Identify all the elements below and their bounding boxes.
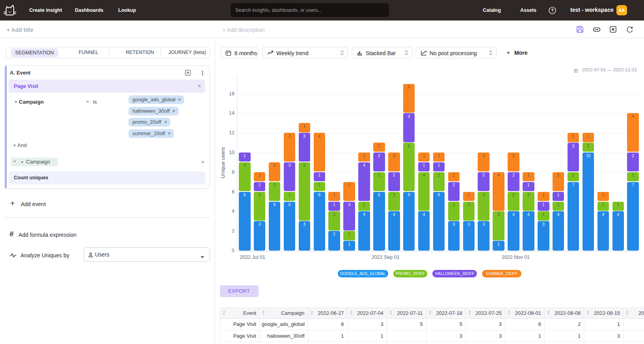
svg-text:?: ?	[551, 8, 553, 13]
